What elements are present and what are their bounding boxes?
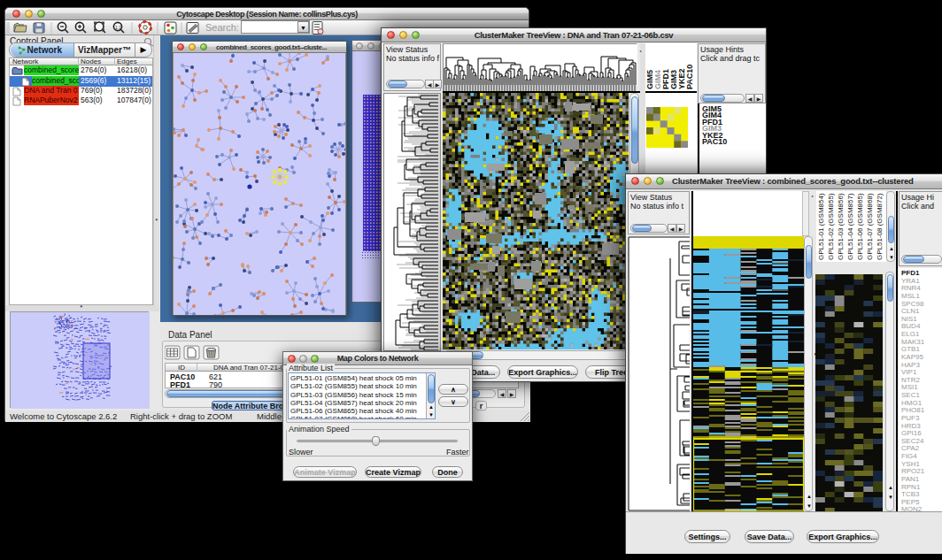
svg-text:1:1: 1:1 <box>115 25 121 30</box>
